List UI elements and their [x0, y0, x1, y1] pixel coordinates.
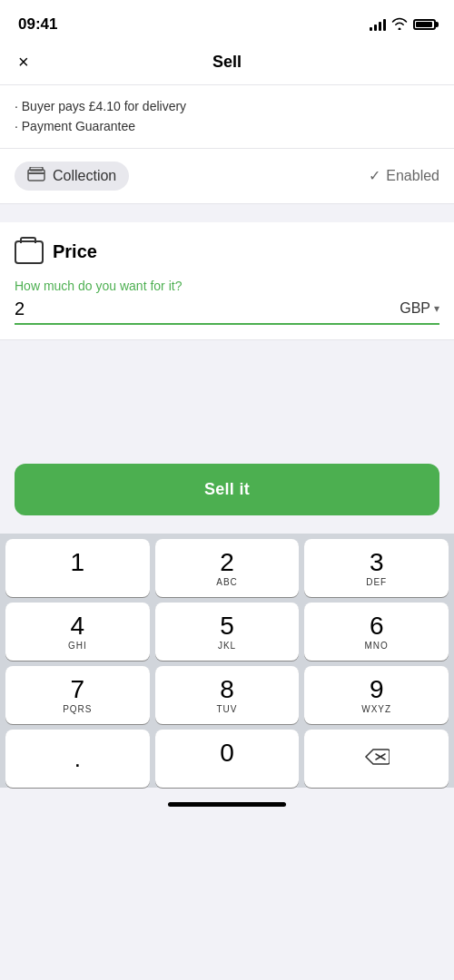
enabled-status: ✓ Enabled [369, 167, 439, 184]
close-button[interactable]: × [18, 52, 29, 73]
key-7[interactable]: 7 PQRS [5, 666, 150, 724]
home-indicator [0, 793, 454, 814]
sell-button-area: Sell it [0, 449, 454, 534]
keyboard: 1 2 ABC 3 DEF 4 GHI 5 JKL 6 MNO 7 PQRS [0, 534, 454, 788]
status-time: 09:41 [18, 15, 57, 34]
home-bar [168, 802, 286, 807]
content-area [0, 340, 454, 449]
info-section: · Buyer pays £4.10 for delivery · Paymen… [0, 85, 454, 149]
collection-left: Collection [15, 162, 129, 191]
key-backspace[interactable] [304, 730, 449, 788]
keyboard-row-1: 1 2 ABC 3 DEF [0, 539, 454, 597]
key-4[interactable]: 4 GHI [5, 603, 150, 661]
backspace-icon [364, 748, 390, 770]
wallet-icon [15, 240, 44, 264]
price-section: Price How much do you want for it? 2 GBP… [0, 222, 454, 340]
wifi-icon [391, 17, 408, 33]
payment-guarantee-info: · Payment Guarantee [15, 116, 439, 136]
price-question: How much do you want for it? [15, 279, 439, 293]
status-bar: 09:41 [0, 0, 454, 44]
delivery-info: · Buyer pays £4.10 for delivery [15, 96, 439, 116]
key-6[interactable]: 6 MNO [304, 603, 449, 661]
price-input-row[interactable]: 2 GBP ▾ [15, 299, 439, 325]
currency-label: GBP [400, 300, 430, 317]
key-2[interactable]: 2 ABC [155, 539, 300, 597]
section-gap [0, 204, 454, 222]
collection-icon [27, 167, 45, 185]
key-5[interactable]: 5 JKL [155, 603, 300, 661]
enabled-check-icon: ✓ [369, 167, 380, 184]
battery-icon [413, 19, 436, 30]
currency-selector[interactable]: GBP ▾ [400, 300, 439, 317]
svg-rect-0 [28, 170, 44, 181]
page-title: Sell [212, 53, 242, 72]
currency-chevron-icon: ▾ [434, 302, 439, 315]
price-title: Price [53, 241, 97, 262]
collection-pill[interactable]: Collection [15, 162, 129, 191]
keyboard-row-2: 4 GHI 5 JKL 6 MNO [0, 603, 454, 661]
keyboard-row-3: 7 PQRS 8 TUV 9 WXYZ [0, 666, 454, 724]
collection-row[interactable]: Collection ✓ Enabled [0, 149, 454, 204]
nav-bar: × Sell [0, 44, 454, 85]
key-3[interactable]: 3 DEF [304, 539, 449, 597]
key-8[interactable]: 8 TUV [155, 666, 300, 724]
collection-label: Collection [53, 168, 116, 184]
enabled-label: Enabled [386, 168, 439, 184]
svg-rect-2 [30, 167, 43, 171]
key-1[interactable]: 1 [5, 539, 150, 597]
keyboard-row-4: . 0 [0, 730, 454, 788]
key-9[interactable]: 9 WXYZ [304, 666, 449, 724]
price-value[interactable]: 2 [15, 299, 400, 319]
signal-icon [370, 18, 386, 31]
sell-button[interactable]: Sell it [15, 464, 439, 515]
key-0[interactable]: 0 [155, 730, 300, 788]
svg-rect-1 [28, 172, 44, 174]
status-icons [370, 17, 436, 33]
price-header: Price [15, 240, 439, 264]
key-dot[interactable]: . [5, 730, 150, 788]
